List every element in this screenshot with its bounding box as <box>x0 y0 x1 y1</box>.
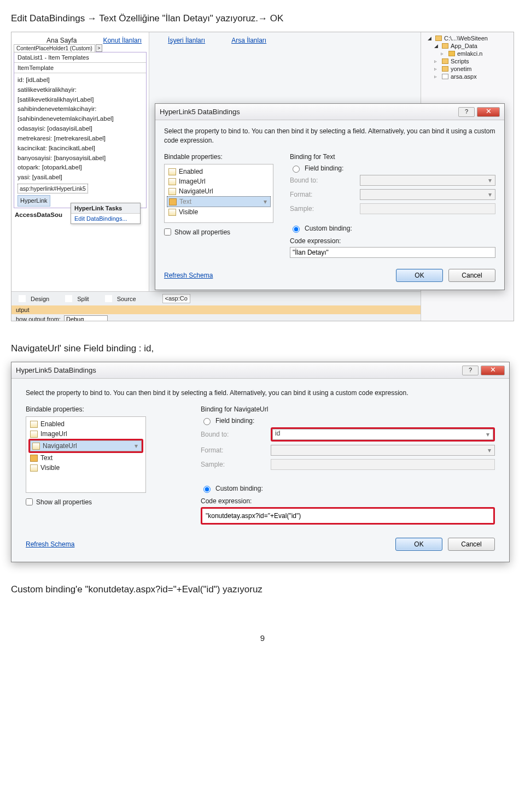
datalist-section: ItemTemplate <box>14 63 146 73</box>
edit-databindings-link[interactable]: Edit DataBindings... <box>71 214 140 223</box>
format-label: Format: <box>290 191 355 198</box>
code-expression-label: Code expression: <box>201 497 495 505</box>
output-from-select[interactable] <box>64 315 108 321</box>
dialog2-title: HyperLink5 DataBindings <box>16 366 96 374</box>
datalist-body: id: [idLabel] satilikevetkiralikhayir: [… <box>14 73 146 208</box>
content-placeholder-badge: ContentPlaceHolder1 (Custom) > <box>14 44 95 52</box>
dialog1-intro: Select the property to bind to. You can … <box>164 127 495 145</box>
doc-text-1: Edit DataBindings → Text Özelliğine "İla… <box>11 13 514 24</box>
smarttag-title: HyperLink Tasks <box>71 203 140 214</box>
prop-visible[interactable]: Visible <box>167 207 271 217</box>
databindings-dialog-1: HyperLink5 DataBindings ? ✕ Select the p… <box>155 103 505 290</box>
bindable-label: Bindable properties: <box>26 405 146 413</box>
sample-label: Sample: <box>201 461 266 468</box>
boundto-label: Bound to: <box>290 176 355 184</box>
close-button[interactable]: ✕ <box>481 366 505 375</box>
prop-text-selected[interactable]: Text <box>167 196 271 207</box>
tag-crumb[interactable]: <asp:Co <box>162 294 190 303</box>
code-expression-label: Code expression: <box>290 237 495 245</box>
close-button[interactable]: ✕ <box>477 107 500 117</box>
custom-binding-radio[interactable] <box>203 486 211 493</box>
sample-field <box>360 203 495 214</box>
datalist-title: DataList1 - Item Templates <box>14 52 146 63</box>
tree-arsa[interactable]: arsa.aspx <box>434 73 511 80</box>
field-binding-radio[interactable] <box>293 166 300 173</box>
output-from-label: how output from: <box>16 316 61 321</box>
format-label: Format: <box>201 446 266 454</box>
tab-konut[interactable]: Konut İlanları <box>103 37 142 44</box>
dialog2-intro: Select the property to bind to. You can … <box>26 389 495 398</box>
bindable-label: Bindable properties: <box>164 153 273 161</box>
output-tab[interactable]: utput <box>11 305 421 314</box>
screenshot-vs-designer: Ana Sayfa Konut İlanları İşyeri İlanları… <box>11 32 514 321</box>
tree-yonetim[interactable]: yonetim <box>434 65 511 73</box>
view-split[interactable]: Split <box>74 295 91 303</box>
hyperlink-selected[interactable]: HyperLink <box>18 195 50 207</box>
bindable-properties-list[interactable]: Enabled ImageUrl NavigateUrl Text Visibl… <box>164 164 273 223</box>
tab-isyeri[interactable]: İşyeri İlanları <box>168 37 205 44</box>
hyperlink-tasks-smarttag: HyperLink Tasks Edit DataBindings... <box>71 203 141 224</box>
page-number: 9 <box>11 633 514 643</box>
code-expression-input[interactable] <box>290 247 495 258</box>
databindings-dialog-2: HyperLink5 DataBindings ? ✕ Select the p… <box>11 362 510 562</box>
prop-enabled[interactable]: Enabled <box>28 419 143 429</box>
ok-button[interactable]: OK <box>396 269 443 282</box>
format-select[interactable] <box>360 189 495 200</box>
doc-text-3: Custom binding'e "konutdetay.aspx?id="+E… <box>11 584 514 595</box>
show-all-properties[interactable]: Show all properties <box>164 228 273 236</box>
tree-emlakci[interactable]: emlakci.n <box>441 50 511 57</box>
cancel-button[interactable]: Cancel <box>448 538 495 551</box>
sample-label: Sample: <box>290 205 355 213</box>
prop-imageurl[interactable]: ImageUrl <box>28 429 143 439</box>
cancel-button[interactable]: Cancel <box>448 269 495 282</box>
help-button[interactable]: ? <box>458 107 475 117</box>
sample-field <box>271 459 495 470</box>
binding-for-label: Binding for NavigateUrl <box>201 405 495 413</box>
tree-appdata[interactable]: App_Data <box>434 42 511 50</box>
field-binding-radio[interactable] <box>203 418 211 425</box>
format-select[interactable] <box>271 445 495 456</box>
code-expression-input[interactable] <box>201 507 495 525</box>
prop-navigateurl-highlight[interactable]: NavigateUrl <box>28 439 143 453</box>
tab-arsa[interactable]: Arsa İlanları <box>231 37 266 44</box>
asp-hyperlink-tag: asp:hyperlink#HyperLink5 <box>18 184 88 193</box>
prop-navigateurl[interactable]: NavigateUrl <box>167 186 271 196</box>
tree-root[interactable]: C:\...\WebSiteen <box>428 34 511 42</box>
refresh-schema-link[interactable]: Refresh Schema <box>164 272 213 279</box>
doc-text-2: NavigateUrl' sine Field binding : id, <box>11 343 514 354</box>
view-source[interactable]: Source <box>114 295 139 303</box>
boundto-select[interactable] <box>360 175 495 186</box>
binding-for-label: Binding for Text <box>290 153 495 161</box>
custom-binding-radio[interactable] <box>293 226 300 233</box>
designer-panel: Ana Sayfa Konut İlanları İşyeri İlanları… <box>11 32 149 321</box>
boundto-label: Bound to: <box>201 431 266 438</box>
dialog1-title: HyperLink5 DataBindings <box>160 108 240 116</box>
tab-home[interactable]: Ana Sayfa <box>46 37 77 44</box>
vs-footer: Design Split Source <asp:Co utput how ou… <box>11 291 421 321</box>
boundto-select[interactable]: id <box>272 429 493 440</box>
prop-enabled[interactable]: Enabled <box>167 167 271 176</box>
prop-text[interactable]: Text <box>28 453 143 463</box>
view-design[interactable]: Design <box>28 295 52 303</box>
expand-button[interactable]: > <box>96 44 102 52</box>
bindable-properties-list[interactable]: Enabled ImageUrl NavigateUrl Text Visibl… <box>26 416 146 493</box>
prop-imageurl[interactable]: ImageUrl <box>167 176 271 186</box>
prop-visible[interactable]: Visible <box>28 463 143 473</box>
show-all-properties[interactable]: Show all properties <box>26 498 146 506</box>
ok-button[interactable]: OK <box>395 538 442 551</box>
tree-scripts[interactable]: Scripts <box>434 57 511 65</box>
help-button[interactable]: ? <box>462 366 479 375</box>
refresh-schema-link[interactable]: Refresh Schema <box>26 540 74 548</box>
